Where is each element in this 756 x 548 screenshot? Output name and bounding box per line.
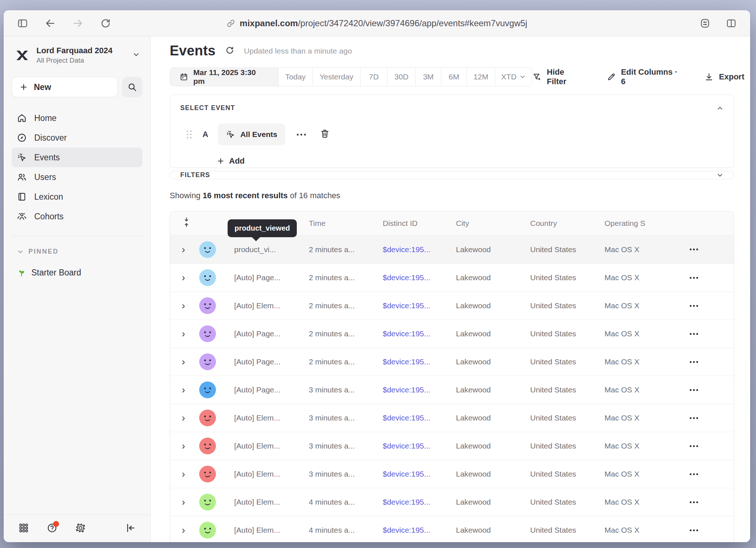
split-view-icon[interactable]	[723, 15, 739, 31]
cell-distinct-id[interactable]: $device:195...	[383, 526, 456, 535]
expand-row-icon[interactable]: ›	[182, 469, 185, 479]
table-row[interactable]: ›[Auto] Page...2 minutes a...$device:195…	[170, 348, 734, 376]
table-row[interactable]: ›[Auto] Elem...4 minutes a...$device:195…	[170, 488, 734, 516]
table-row[interactable]: ›[Auto] Elem...3 minutes a...$device:195…	[170, 460, 734, 488]
expand-row-icon[interactable]: ›	[182, 301, 185, 311]
collapse-sidebar-icon[interactable]	[125, 522, 136, 535]
column-os[interactable]: Operating S	[605, 219, 687, 228]
page-settings-icon[interactable]	[697, 15, 713, 31]
apps-grid-icon[interactable]	[18, 522, 29, 535]
cell-city: Lakewood	[456, 470, 530, 478]
cell-time: 3 minutes a...	[309, 385, 383, 394]
sidebar-item-home[interactable]: Home	[12, 108, 142, 128]
date-preset-7d[interactable]: 7D	[360, 68, 387, 86]
refresh-results-icon[interactable]	[225, 46, 235, 56]
column-distinct-id[interactable]: Distinct ID	[383, 219, 456, 228]
help-icon[interactable]	[47, 522, 58, 535]
expand-row-icon[interactable]: ›	[182, 357, 185, 367]
cell-city: Lakewood	[456, 245, 530, 254]
table-row[interactable]: ›[Auto] Page...2 minutes a...$device:195…	[170, 320, 734, 348]
cell-event: [Auto] Page...	[234, 385, 309, 394]
table-row[interactable]: ›[Auto] Page...3 minutes a...$device:195…	[170, 376, 734, 404]
chevron-down-icon[interactable]	[716, 172, 724, 179]
row-actions-icon[interactable]	[690, 389, 698, 391]
sidebar-item-lexicon[interactable]: Lexicon	[12, 187, 142, 207]
table-row[interactable]: ›[Auto] Elem...3 minutes a...$device:195…	[170, 404, 734, 432]
cell-distinct-id[interactable]: $device:195...	[383, 357, 456, 366]
sidebar-item-starter-board[interactable]: Starter Board	[12, 268, 142, 278]
new-button[interactable]: New	[12, 77, 118, 97]
expand-row-icon[interactable]: ›	[182, 244, 185, 255]
row-actions-icon[interactable]	[690, 305, 698, 307]
expand-row-icon[interactable]: ›	[182, 441, 185, 451]
date-preset-xtd[interactable]: XTD	[495, 68, 532, 86]
edit-columns-button[interactable]: Edit Columns · 6	[607, 67, 684, 86]
expand-row-icon[interactable]: ›	[182, 525, 185, 535]
cell-distinct-id[interactable]: $device:195...	[383, 385, 456, 394]
event-selector-chip[interactable]: All Events	[218, 124, 286, 145]
url-bar[interactable]: mixpanel.com/project/3472420/view/397469…	[227, 18, 527, 28]
date-preset-30d[interactable]: 30D	[387, 68, 415, 86]
collapse-all-icon[interactable]	[182, 218, 190, 229]
event-more-icon[interactable]	[297, 134, 306, 136]
table-row[interactable]: ›[Auto] Elem...4 minutes a...$device:195…	[170, 516, 734, 542]
settings-gear-icon[interactable]	[75, 522, 86, 535]
row-actions-icon[interactable]	[690, 417, 698, 419]
chevron-up-icon[interactable]	[716, 105, 724, 112]
expand-row-icon[interactable]: ›	[182, 273, 185, 283]
row-actions-icon[interactable]	[690, 473, 698, 475]
row-actions-icon[interactable]	[690, 333, 698, 335]
hide-filter-button[interactable]: Hide Filter	[532, 67, 586, 86]
pinned-section-header[interactable]: PINNED	[12, 248, 142, 255]
column-city[interactable]: City	[456, 219, 530, 228]
sidebar-item-users[interactable]: Users	[12, 167, 142, 187]
cell-os: Mac OS X	[605, 442, 687, 450]
expand-row-icon[interactable]: ›	[182, 413, 185, 423]
date-preset-6m[interactable]: 6M	[441, 68, 466, 86]
cell-distinct-id[interactable]: $device:195...	[383, 470, 456, 478]
export-button[interactable]: Export	[704, 72, 744, 82]
expand-row-icon[interactable]: ›	[182, 385, 185, 395]
date-picker[interactable]: Mar 11, 2025 3:30 pm	[170, 68, 278, 86]
row-actions-icon[interactable]	[690, 277, 698, 279]
sidebar-item-discover[interactable]: Discover	[12, 128, 142, 148]
sidebar-item-events[interactable]: Events	[12, 148, 142, 167]
row-actions-icon[interactable]	[690, 501, 698, 503]
cell-country: United States	[530, 414, 605, 422]
expand-row-icon[interactable]: ›	[182, 329, 185, 339]
row-actions-icon[interactable]	[690, 361, 698, 363]
drag-handle-icon[interactable]	[187, 130, 192, 138]
sidebar-footer	[4, 514, 150, 542]
expand-row-icon[interactable]: ›	[182, 497, 185, 507]
table-row[interactable]: ›[Auto] Elem...3 minutes a...$device:195…	[170, 432, 734, 460]
table-row[interactable]: ›[Auto] Elem...2 minutes a...$device:195…	[170, 291, 734, 320]
search-button[interactable]	[122, 77, 142, 97]
row-actions-icon[interactable]	[690, 248, 698, 250]
table-row[interactable]: ›[Auto] Page...2 minutes a...$device:195…	[170, 263, 734, 291]
cell-distinct-id[interactable]: $device:195...	[383, 273, 456, 282]
date-preset-12m[interactable]: 12M	[466, 68, 495, 86]
sidebar-toggle-icon[interactable]	[15, 15, 31, 31]
date-preset-3m[interactable]: 3M	[416, 68, 441, 86]
cell-distinct-id[interactable]: $device:195...	[383, 301, 456, 310]
cell-distinct-id[interactable]: $device:195...	[383, 414, 456, 422]
cell-distinct-id[interactable]: $device:195...	[383, 329, 456, 338]
back-icon[interactable]	[42, 15, 58, 31]
sidebar-item-cohorts[interactable]: Cohorts	[12, 207, 142, 226]
cell-distinct-id[interactable]: $device:195...	[383, 498, 456, 506]
workspace-switcher[interactable]: Lord Farquaad 2024 All Project Data	[12, 46, 142, 64]
event-avatar	[199, 438, 216, 454]
cell-distinct-id[interactable]: $device:195...	[383, 245, 456, 254]
date-preset-today[interactable]: Today	[278, 68, 312, 86]
cell-distinct-id[interactable]: $device:195...	[383, 442, 456, 450]
refresh-icon[interactable]	[98, 15, 114, 31]
date-toolbar: Mar 11, 2025 3:30 pm TodayYesterday7D30D…	[170, 67, 734, 86]
row-actions-icon[interactable]	[690, 529, 698, 531]
cell-time: 3 minutes a...	[309, 442, 383, 450]
delete-event-icon[interactable]	[320, 129, 330, 140]
date-preset-yesterday[interactable]: Yesterday	[312, 68, 360, 86]
column-time[interactable]: Time	[309, 219, 383, 228]
row-actions-icon[interactable]	[690, 445, 698, 447]
column-country[interactable]: Country	[530, 219, 605, 228]
add-event-button[interactable]: Add	[217, 156, 724, 166]
